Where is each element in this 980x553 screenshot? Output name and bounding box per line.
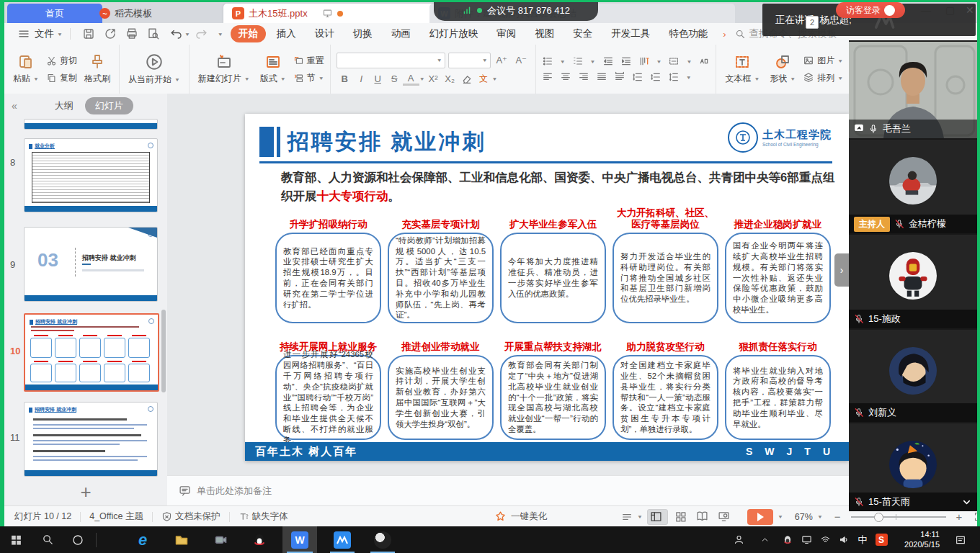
ribbon-tab-开始[interactable]: 开始 bbox=[231, 25, 266, 42]
missing-font-warning[interactable]: 缺失字体 bbox=[252, 511, 288, 523]
layout-button[interactable]: 版式▼ bbox=[257, 53, 289, 85]
close-button[interactable]: ✕ bbox=[966, 4, 974, 16]
slide[interactable]: 招聘安排 就业冲刺 土木工程学院 School of Civil Enginee… bbox=[245, 114, 849, 461]
slideshow-play-button[interactable] bbox=[747, 509, 773, 525]
school-logo[interactable]: 土木工程学院 School of Civil Engineering bbox=[728, 122, 832, 153]
indl-icon[interactable] bbox=[602, 55, 614, 67]
italic-button[interactable]: I bbox=[353, 72, 370, 86]
normal-view-button[interactable] bbox=[647, 509, 668, 525]
notes-bar[interactable]: 单击此处添加备注 bbox=[167, 475, 849, 505]
al-icon[interactable] bbox=[542, 71, 553, 83]
ribbon-tab-动画[interactable]: 动画 bbox=[383, 25, 419, 42]
qq-button[interactable] bbox=[244, 526, 275, 553]
participant-tile[interactable]: 刘新义 bbox=[849, 328, 977, 422]
browser-app-button[interactable] bbox=[366, 526, 399, 553]
pinyin-button[interactable]: 文 bbox=[476, 72, 492, 86]
ribbon-tab-安全[interactable]: 安全 bbox=[565, 25, 600, 42]
zoom-out-button[interactable]: − bbox=[834, 511, 841, 523]
ar-icon[interactable] bbox=[578, 71, 589, 83]
participant-tile[interactable]: 15-施政 bbox=[849, 233, 977, 328]
dbox-icon[interactable] bbox=[668, 55, 680, 67]
collapse-panel-button[interactable]: « bbox=[12, 100, 17, 112]
zoom-in-button[interactable]: + bbox=[956, 511, 963, 523]
participant-tile[interactable]: 15-苗天雨 bbox=[849, 422, 977, 511]
redo-icon[interactable] bbox=[195, 27, 208, 40]
edge-button[interactable]: e bbox=[127, 526, 159, 553]
window-count-badge[interactable]: 2 bbox=[806, 16, 819, 29]
beautify-button[interactable]: 一键美化 bbox=[494, 506, 547, 527]
slide-sorter-button[interactable] bbox=[672, 510, 690, 524]
zoom-slider-handle[interactable] bbox=[874, 513, 883, 522]
action-box[interactable]: 充实基层专项计划 “特岗教师”计划增加招募规模5000人，达10.5万。适当扩大… bbox=[388, 206, 494, 323]
chevron-down-icon[interactable] bbox=[961, 497, 972, 508]
play-from-current-button[interactable]: 从当前开始▼ bbox=[125, 53, 183, 86]
ribbon-tab-视图[interactable]: 视图 bbox=[527, 25, 562, 42]
chevron-down-icon[interactable]: ▼ bbox=[218, 31, 223, 36]
notification-center-button[interactable] bbox=[948, 526, 973, 553]
ribbon-tab-特色功能[interactable]: 特色功能 bbox=[661, 25, 716, 42]
tdir-icon[interactable] bbox=[638, 55, 650, 67]
taskbar-search-button[interactable] bbox=[33, 526, 62, 553]
panel-scrollbar[interactable] bbox=[161, 310, 166, 392]
add-slide-button[interactable]: + bbox=[4, 481, 167, 503]
font-color-button[interactable]: A bbox=[403, 72, 419, 86]
file-menu[interactable]: 文件 bbox=[35, 27, 54, 40]
bold-button[interactable]: B bbox=[337, 72, 353, 86]
thumbnail-slide-7[interactable] bbox=[24, 119, 158, 130]
guest-login-button[interactable]: 访客登录 bbox=[836, 2, 905, 18]
action-box[interactable]: 助力脱贫攻坚行动 对全国建档立卡家庭毕业生、52个未摘帽贫困县毕业生，将实行分类… bbox=[612, 328, 718, 440]
tab-docer[interactable]: ~ 稻壳模板 bbox=[91, 4, 235, 23]
file-explorer-button[interactable] bbox=[166, 526, 197, 553]
sogou-tray-icon[interactable]: S bbox=[872, 526, 891, 553]
ribbon-tab-幻灯片放映[interactable]: 幻灯片放映 bbox=[422, 25, 486, 42]
thumbnail-slide-11[interactable]: 招聘安排 就业冲刺 bbox=[24, 402, 158, 477]
more-tabs-icon[interactable]: › bbox=[723, 29, 726, 40]
protection-status[interactable]: 文档未保护 bbox=[175, 511, 220, 523]
noteslist-icon[interactable] bbox=[621, 511, 633, 523]
capture-app-button[interactable] bbox=[205, 526, 236, 553]
chevron-down-icon[interactable]: ▼ bbox=[419, 76, 425, 81]
strikethrough-button[interactable]: S bbox=[386, 72, 403, 86]
cortana-button[interactable] bbox=[63, 526, 92, 553]
paste-button[interactable]: 粘贴▼ bbox=[10, 53, 42, 85]
tray-people-button[interactable] bbox=[728, 526, 749, 553]
textbox-button[interactable]: 文本框▼ bbox=[722, 53, 762, 85]
reset-button[interactable]: 重置 bbox=[293, 55, 324, 67]
decrease-font-button[interactable]: A⁻ bbox=[513, 53, 530, 68]
action-box[interactable]: 升学扩招吸纳行动 教育部已经面向重点专业安排硕士研究生扩大招生规模18.9万，。… bbox=[275, 206, 381, 323]
preview-icon[interactable] bbox=[147, 27, 160, 40]
ribbon-tab-插入[interactable]: 插入 bbox=[269, 25, 304, 42]
action-box[interactable]: 开展重点帮扶支持湖北 教育部会同有关部门制定了“中央＋地方”促进湖北高校毕业生就… bbox=[500, 328, 606, 440]
cut-button[interactable]: 剪切 bbox=[46, 55, 77, 67]
taskbar-clock[interactable]: 14:11 2020/5/15 bbox=[904, 529, 940, 550]
ud2-icon[interactable] bbox=[650, 71, 662, 83]
chevron-down-icon[interactable]: ▼ bbox=[184, 31, 190, 36]
lsp-icon[interactable] bbox=[668, 71, 680, 83]
tray-volume-icon[interactable] bbox=[834, 526, 853, 553]
aj-icon[interactable] bbox=[596, 71, 607, 83]
font-family-select[interactable]: ▼ bbox=[337, 53, 445, 68]
ab-icon[interactable] bbox=[698, 55, 710, 67]
chevron-down-icon[interactable]: ▼ bbox=[778, 514, 783, 519]
action-box[interactable]: 推进企业稳岗扩就业 国有企业今明两年将连续扩大高校毕业生招聘规模。有关部门将落实… bbox=[725, 206, 831, 323]
tray-network-icon[interactable] bbox=[816, 526, 834, 553]
thumbnail-slide-10-current[interactable]: 招聘安排 就业冲刺 bbox=[24, 313, 159, 392]
action-box[interactable]: 推进创业带动就业 实施高校毕业生创业支持计划，开展大学生创新创业教育，办好第六届… bbox=[388, 328, 494, 440]
new-slide-button[interactable]: 新建幻灯片▼ bbox=[195, 53, 253, 85]
participant-tile[interactable]: 主持人金桔柠檬 bbox=[849, 138, 977, 233]
ac-icon[interactable] bbox=[560, 71, 571, 83]
tab-slides[interactable]: 幻灯片 bbox=[85, 97, 133, 114]
intro-text[interactable]: 教育部、人力资源和社会保障部、工业和信息化部、国资委、中央广播电视总台、共青团中… bbox=[281, 168, 837, 205]
superscript-button[interactable]: X² bbox=[425, 72, 442, 86]
underline-button[interactable]: U bbox=[370, 72, 386, 86]
action-box[interactable]: 扩大毕业生参军入伍 今年将加大力度推进精准征兵、精准动员，进一步落实好毕业生参军… bbox=[500, 206, 606, 323]
arrange-button[interactable]: 排列▼ bbox=[803, 72, 843, 84]
undo-icon[interactable] bbox=[170, 27, 183, 40]
start-button[interactable] bbox=[0, 526, 32, 553]
nlist-icon[interactable] bbox=[572, 55, 584, 67]
meeting-id-pill[interactable]: 会议号 817 876 412 bbox=[434, 0, 598, 21]
ad-icon[interactable] bbox=[614, 71, 625, 83]
tray-display-icon[interactable] bbox=[797, 526, 816, 553]
theme-name[interactable]: 4_Office 主题 bbox=[89, 511, 143, 523]
thumbnail-slide-8[interactable]: 就业分析 bbox=[24, 138, 158, 212]
